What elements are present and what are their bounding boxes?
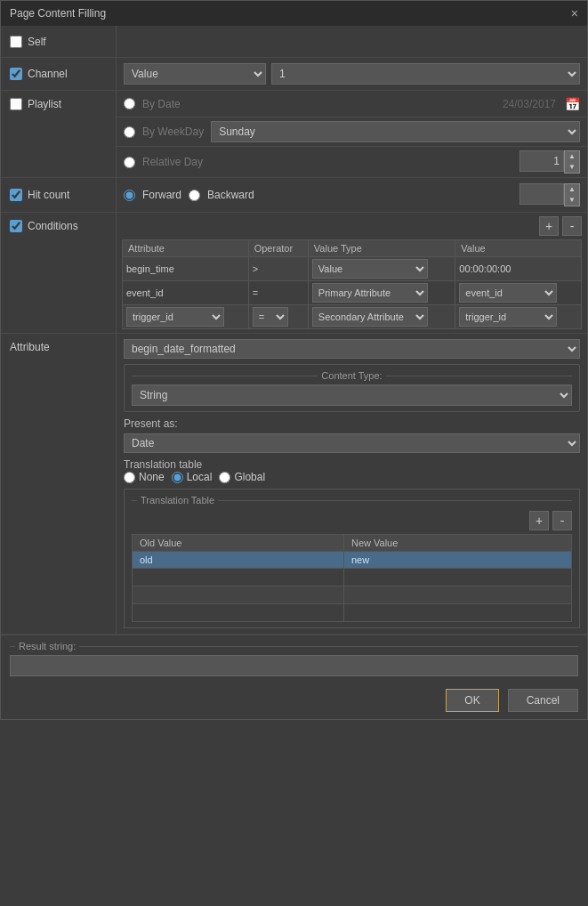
translation-global-label: Global <box>234 471 265 483</box>
translation-options: None Local Global <box>124 471 580 483</box>
translation-global-radio[interactable] <box>219 472 230 483</box>
hit-count-content: Forward Backward 1 ▲ ▼ <box>117 178 587 212</box>
channel-checkbox[interactable] <box>10 68 22 80</box>
content-type-select[interactable]: String <box>132 384 572 406</box>
cond-attr-select-2[interactable]: trigger_id <box>126 307 224 327</box>
trans-add-btn[interactable]: + <box>529 511 549 530</box>
relative-day-input[interactable] <box>520 150 564 172</box>
playlist-by-date-radio[interactable] <box>124 98 135 109</box>
present-as-label: Present as: <box>124 417 580 430</box>
translation-local-group: Local <box>172 471 213 483</box>
cond-valtype-cell: Secondary Attribute <box>308 305 455 329</box>
playlist-relative-day-row: Relative Day ▲ ▼ <box>117 147 587 177</box>
dialog-title: Page Content Filling <box>10 7 106 20</box>
cancel-button[interactable]: Cancel <box>508 689 578 712</box>
cond-val-select-1[interactable]: event_id <box>459 283 557 303</box>
cond-valtype-select-2[interactable]: Secondary Attribute <box>312 307 428 327</box>
present-as-group: Present as: Date <box>124 417 580 453</box>
channel-value-type-select[interactable]: Value <box>124 63 266 85</box>
cond-col-operator: Operator <box>248 240 308 257</box>
playlist-relative-day-radio[interactable] <box>124 157 135 168</box>
ok-button[interactable]: OK <box>446 689 498 712</box>
cond-valtype-cell: Primary Attribute <box>308 281 455 305</box>
cond-op-select-2[interactable]: = <box>253 307 288 327</box>
conditions-checkbox[interactable] <box>10 220 22 232</box>
conditions-add-btn[interactable]: + <box>539 216 559 236</box>
conditions-table: Attribute Operator Value Type Value begi… <box>122 239 582 329</box>
table-row <box>133 586 572 604</box>
backward-radio[interactable] <box>189 190 200 201</box>
cond-op-text: > <box>253 263 258 274</box>
forward-label: Forward <box>142 189 181 201</box>
channel-label-col: Channel <box>1 58 117 90</box>
channel-value-select[interactable]: 1 <box>271 63 580 85</box>
conditions-label: Conditions <box>28 220 78 232</box>
translation-none-radio[interactable] <box>124 472 135 483</box>
translation-table: Old Value New Value old new <box>132 534 572 622</box>
forward-radio[interactable] <box>124 190 135 201</box>
self-label-col: Self <box>1 26 117 57</box>
cond-col-attribute: Attribute <box>123 240 249 257</box>
content-type-group: Content Type: String <box>124 364 580 412</box>
cond-attr-text: begin_time <box>126 263 174 274</box>
hit-count-label-col: Hit count <box>1 178 117 212</box>
cond-col-value: Value <box>455 240 582 257</box>
playlist-weekday-select[interactable]: Sunday <box>211 121 580 142</box>
cond-attr-select-wrap: trigger_id <box>126 307 245 327</box>
attribute-main-select[interactable]: begin_date_formatted <box>124 339 580 359</box>
table-row <box>133 604 572 622</box>
hit-count-label: Hit count <box>28 189 69 201</box>
cond-val-text-0: 00:00:00:00 <box>459 263 511 274</box>
trans-empty-new-2 <box>343 586 571 604</box>
backward-label: Backward <box>207 189 254 201</box>
relative-day-down-btn[interactable]: ▼ <box>565 162 579 173</box>
present-as-select[interactable]: Date <box>124 433 580 453</box>
playlist-checkbox[interactable] <box>10 98 22 110</box>
trans-empty-old <box>133 569 344 586</box>
cond-op-text-1: = <box>253 287 258 298</box>
content-type-label: Content Type: <box>132 370 572 381</box>
trans-old-cell: old <box>133 552 344 569</box>
hit-count-radio-group: Forward Backward 1 ▲ ▼ <box>124 183 580 206</box>
translation-none-group: None <box>124 471 165 483</box>
footer-buttons: OK Cancel <box>1 682 587 719</box>
translation-global-group: Global <box>219 471 265 483</box>
cond-op-cell: = <box>248 305 308 329</box>
conditions-toolbar: + - <box>122 216 582 236</box>
hit-count-up-btn[interactable]: ▲ <box>565 184 579 195</box>
playlist-relative-day-label: Relative Day <box>142 156 203 168</box>
conditions-label-col: Conditions <box>1 213 117 333</box>
conditions-remove-btn[interactable]: - <box>562 216 582 236</box>
cond-valtype-select-1[interactable]: Primary Attribute <box>312 283 428 303</box>
channel-row: Channel Value 1 <box>1 58 587 91</box>
cond-val-cell: event_id <box>455 281 582 305</box>
hit-count-row: Hit count Forward Backward 1 ▲ ▼ <box>1 178 587 213</box>
trans-remove-btn[interactable]: - <box>552 511 572 530</box>
relative-day-up-btn[interactable]: ▲ <box>565 151 579 162</box>
attribute-label: Attribute <box>10 341 50 353</box>
relative-day-spin-buttons: ▲ ▼ <box>564 150 580 174</box>
hit-count-input[interactable]: 1 <box>520 183 564 205</box>
cond-attr-cell: trigger_id <box>123 305 249 329</box>
cond-col-value-type: Value Type <box>308 240 455 257</box>
result-input[interactable]: [begin_date_formatted]_PD_C1_{[begin_tim… <box>10 655 578 676</box>
trans-empty-new <box>343 569 571 586</box>
playlist-rows: By Date 24/03/2017 📅 By WeekDay Sunday <box>117 91 587 177</box>
cond-valtype-select-0[interactable]: Value <box>312 259 428 279</box>
playlist-label-col: Playlist <box>1 91 117 177</box>
hit-count-checkbox[interactable] <box>10 189 22 201</box>
hit-count-down-btn[interactable]: ▼ <box>565 195 579 206</box>
cond-val-cell: trigger_id <box>455 305 582 329</box>
self-checkbox[interactable] <box>10 36 22 48</box>
attribute-section: Attribute begin_date_formatted Content T… <box>1 334 587 635</box>
translation-radio-group: Translation table None Local Global <box>124 458 580 483</box>
result-section: Result string: [begin_date_formatted]_PD… <box>1 635 587 682</box>
translation-local-label: Local <box>187 471 213 483</box>
translation-local-radio[interactable] <box>172 472 183 483</box>
playlist-by-weekday-radio[interactable] <box>124 126 135 138</box>
trans-new-cell: new <box>343 552 571 569</box>
self-label: Self <box>28 36 46 48</box>
close-button[interactable]: × <box>571 6 578 20</box>
conditions-content: + - Attribute Operator Value Type Value <box>117 213 587 333</box>
cond-val-select-2[interactable]: trigger_id <box>459 307 557 327</box>
